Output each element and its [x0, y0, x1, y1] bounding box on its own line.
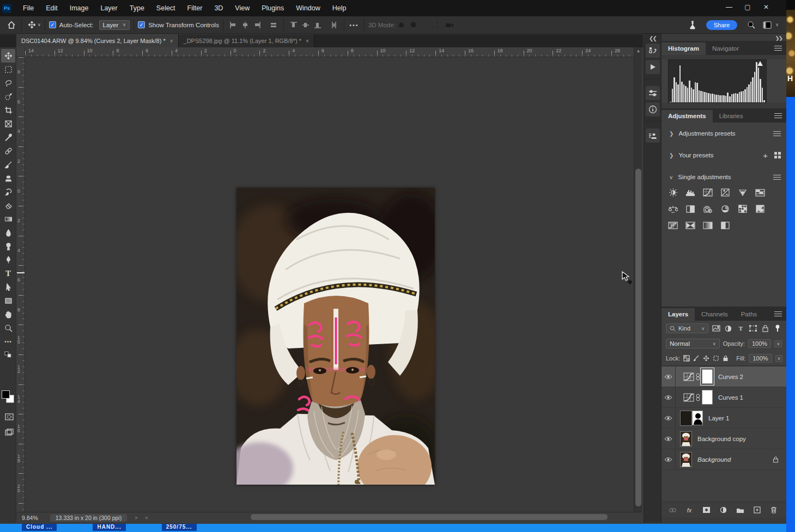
layer-name[interactable]: Background [697, 456, 731, 463]
layer-name[interactable]: Curves 2 [718, 374, 743, 380]
your-presets-section[interactable]: ❯ Your presets + [662, 146, 786, 164]
menu-select[interactable]: Select [150, 0, 181, 16]
history-panel-icon[interactable] [646, 44, 660, 58]
new-group-icon[interactable] [735, 506, 745, 515]
quick-mask-icon[interactable] [2, 410, 16, 424]
clone-source-panel-icon[interactable] [646, 129, 660, 143]
screen-mode-icon[interactable] [2, 425, 16, 439]
single-adjustments-section[interactable]: ∨ Single adjustments [662, 168, 786, 186]
canvas-image[interactable] [236, 188, 435, 485]
menu-filter[interactable]: Filter [181, 0, 209, 16]
delete-layer-icon[interactable] [769, 506, 779, 515]
distribute-vertical-icon[interactable] [328, 19, 340, 31]
vertical-ruler[interactable]: 864202468101214161820 [16, 57, 25, 512]
tab-libraries[interactable]: Libraries [713, 110, 750, 123]
frame-tool[interactable] [1, 117, 15, 131]
add-layer-mask-icon[interactable] [701, 506, 711, 515]
eraser-tool[interactable] [1, 199, 15, 212]
posterize-icon[interactable] [667, 221, 679, 230]
tab-histogram[interactable]: Histogram [662, 42, 706, 55]
curves-icon[interactable] [702, 188, 714, 197]
workspace-icon[interactable] [761, 19, 773, 31]
layer-effects-icon[interactable]: fx [684, 506, 694, 515]
add-preset-button[interactable]: + [763, 151, 768, 160]
curves-adjustment-icon[interactable] [683, 393, 694, 402]
auto-select-target-dropdown[interactable]: Layer∨ [99, 20, 130, 30]
align-top-icon[interactable] [288, 19, 300, 31]
eyedropper-tool[interactable] [1, 131, 15, 144]
menu-image[interactable]: Image [64, 0, 95, 16]
tech-preview-flask-icon[interactable] [687, 19, 699, 31]
align-right-icon[interactable] [251, 19, 263, 31]
menu-file[interactable]: File [17, 0, 40, 16]
align-bottom-icon[interactable] [312, 19, 324, 31]
rectangle-tool[interactable] [1, 294, 15, 308]
selective-color-icon[interactable] [719, 221, 731, 230]
close-tab-icon[interactable]: × [306, 38, 309, 44]
menu-type[interactable]: Type [124, 0, 150, 16]
layer-row-curves-1[interactable]: Curves 1 [662, 387, 786, 408]
horizontal-ruler[interactable]: 141210864202468101214161820222426 [25, 47, 634, 57]
vertical-scrollbar[interactable]: ▲ [634, 47, 642, 512]
color-balance-icon[interactable] [667, 204, 679, 213]
layer-thumbnail[interactable] [680, 431, 692, 447]
menu-layer[interactable]: Layer [94, 0, 123, 16]
tab-adjustments[interactable]: Adjustments [662, 110, 713, 123]
vibrance-icon[interactable] [737, 188, 749, 197]
menu-window[interactable]: Window [290, 0, 326, 16]
minimize-button[interactable]: — [720, 0, 738, 14]
close-tab-icon[interactable]: × [170, 38, 173, 44]
grid-view-icon[interactable] [774, 152, 781, 158]
ruler-origin-corner[interactable] [16, 47, 25, 57]
opacity-value[interactable]: 100% [748, 339, 771, 348]
chevron-down-icon[interactable]: ∨ [38, 22, 41, 27]
layer-filter-kind-dropdown[interactable]: Kind ∨ [666, 323, 708, 333]
default-colors-icon[interactable] [1, 351, 15, 358]
visibility-eye-icon[interactable] [662, 449, 676, 469]
crop-tool[interactable] [1, 103, 15, 117]
tab-layers[interactable]: Layers [662, 308, 695, 321]
filter-smart-objects-icon[interactable] [761, 324, 769, 333]
lock-image-pixels-icon[interactable] [693, 354, 700, 363]
blur-tool[interactable] [1, 226, 15, 240]
layer-name[interactable]: Curves 1 [718, 394, 743, 401]
properties-panel-icon[interactable] [646, 86, 660, 100]
section-menu-icon[interactable] [773, 175, 781, 180]
maximize-button[interactable]: ▢ [738, 0, 757, 14]
lock-position-icon[interactable] [703, 354, 709, 363]
horizontal-scrollbar-thumb[interactable] [251, 514, 608, 520]
align-center-horizontal-icon[interactable] [239, 19, 251, 31]
photo-filter-icon[interactable] [702, 204, 714, 213]
lasso-tool[interactable] [1, 76, 15, 90]
filter-pixel-layers-icon[interactable] [712, 324, 720, 333]
visibility-eye-icon[interactable] [662, 366, 676, 387]
menu-plugins[interactable]: Plugins [256, 0, 290, 16]
type-tool[interactable]: T [1, 267, 15, 280]
menu-3d[interactable]: 3D [208, 0, 229, 16]
distribute-horizontal-icon[interactable] [268, 19, 280, 31]
visibility-eye-icon[interactable] [662, 387, 676, 407]
tab-paths[interactable]: Paths [735, 308, 763, 321]
chevron-down-icon[interactable]: ∨ [775, 22, 779, 27]
tab-channels[interactable]: Channels [695, 308, 735, 321]
mask-link-icon[interactable] [696, 372, 700, 381]
hand-tool[interactable] [1, 308, 15, 321]
section-menu-icon[interactable] [773, 131, 781, 136]
menu-help[interactable]: Help [326, 0, 353, 16]
exposure-icon[interactable] [719, 188, 731, 197]
link-layers-icon[interactable] [667, 506, 677, 515]
align-left-icon[interactable] [227, 19, 239, 31]
brush-tool[interactable] [1, 158, 15, 172]
fill-value[interactable]: 100% [749, 354, 772, 363]
visibility-eye-icon[interactable] [662, 408, 676, 428]
fill-chevron[interactable]: ∨ [775, 355, 783, 362]
visibility-eye-icon[interactable] [662, 429, 676, 449]
show-transform-checkbox[interactable]: ✓ [138, 21, 145, 28]
rectangular-marquee-tool[interactable] [1, 63, 15, 76]
zoom-level[interactable]: 9.84% [22, 515, 38, 521]
next-arrow[interactable]: > [135, 515, 137, 521]
color-lookup-icon[interactable] [737, 204, 749, 213]
new-layer-icon[interactable] [752, 506, 762, 515]
adjustments-presets-section[interactable]: ❯ Adjustments presets [662, 125, 786, 142]
more-options-icon[interactable]: ••• [348, 19, 360, 31]
